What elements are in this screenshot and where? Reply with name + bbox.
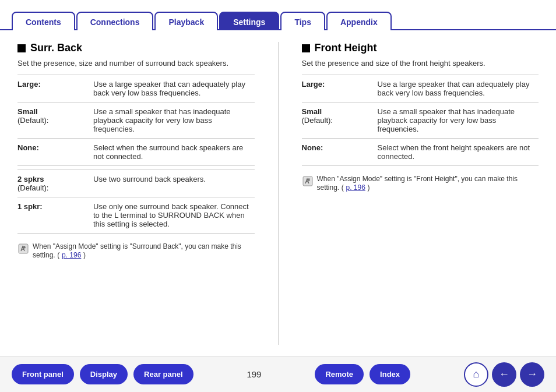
table-row: 1 spkr: Use only one surround back speak… [17,197,255,234]
row-label: Large: [302,80,378,97]
surr-back-desc: Set the presence, size and number of sur… [17,59,255,68]
surr-back-rows-1: Large: Use a large speaker that can adeq… [17,75,255,166]
remote-button[interactable]: Remote [315,364,364,384]
tab-contents[interactable]: Contents [12,12,75,30]
surr-back-title: Surr. Back [17,42,255,54]
display-button[interactable]: Display [80,364,128,384]
back-button[interactable]: ← [492,362,516,387]
index-button[interactable]: Index [370,364,410,384]
front-height-title: Front Height [302,42,539,54]
section-divider [278,42,279,345]
forward-button[interactable]: → [520,362,544,387]
row-value: Select when the front height speakers ar… [378,143,539,161]
note-content: When "Assign Mode" setting is "Surround … [33,242,255,259]
table-row: None: Select when the surround back spea… [17,138,255,166]
front-height-desc: Set the presence and size of the front h… [302,59,539,68]
title-square-icon [302,44,310,52]
bottom-bar: Front panel Display Rear panel 199 Remot… [0,356,556,392]
page-number: 199 [247,369,261,379]
surr-back-section: Surr. Back Set the presence, size and nu… [17,42,255,345]
pencil-icon [302,175,314,187]
row-label: None: [17,143,93,161]
row-label: 1 spkr: [17,202,93,228]
nav-icon-buttons: ⌂ ← → [464,362,544,387]
rear-panel-button[interactable]: Rear panel [133,364,193,384]
row-value: Use a small speaker that has inadequate … [93,107,255,133]
table-row: Small (Default): Use a small speaker tha… [302,102,539,138]
tab-connections[interactable]: Connections [76,12,154,30]
home-button[interactable]: ⌂ [464,362,488,387]
tab-tips[interactable]: Tips [280,12,325,30]
front-height-note: When "Assign Mode" setting is "Front Hei… [302,174,539,192]
row-value: Use a large speaker that can adequately … [93,80,255,97]
note-content: When "Assign Mode" setting is "Front Hei… [317,174,539,192]
table-row: 2 spkrs (Default): Use two surround back… [17,169,255,197]
nav-tabs: Contents Connections Playback Settings T… [0,0,556,30]
title-square-icon [17,44,26,52]
row-label: Small (Default): [302,107,378,133]
front-height-rows: Large: Use a large speaker that can adeq… [302,75,539,166]
row-value: Use a small speaker that has inadequate … [378,107,539,133]
table-row: Large: Use a large speaker that can adeq… [17,75,255,102]
row-label: Small (Default): [17,107,93,133]
tab-appendix[interactable]: Appendix [326,12,392,30]
pencil-icon [17,243,29,255]
front-panel-button[interactable]: Front panel [12,364,74,384]
row-label: None: [302,143,378,161]
row-label: Large: [17,80,93,97]
front-height-section: Front Height Set the presence and size o… [302,42,539,345]
table-row: Small (Default): Use a small speaker tha… [17,102,255,138]
row-value: Use only one surround back speaker. Conn… [93,202,255,228]
tab-playback[interactable]: Playback [154,12,218,30]
surr-back-note: When "Assign Mode" setting is "Surround … [17,242,255,259]
row-label: 2 spkrs (Default): [17,175,93,192]
note-link[interactable]: p. 196 [346,183,365,192]
surr-back-rows-2: 2 spkrs (Default): Use two surround back… [17,169,255,234]
table-row: Large: Use a large speaker that can adeq… [302,75,539,102]
note-link[interactable]: p. 196 [62,251,81,259]
tab-settings[interactable]: Settings [219,12,279,30]
row-value: Use two surround back speakers. [93,175,255,192]
table-row: None: Select when the front height speak… [302,138,539,166]
row-value: Use a large speaker that can adequately … [378,80,539,97]
row-value: Select when the surround back speakers a… [93,143,255,161]
main-content: Surr. Back Set the presence, size and nu… [0,30,556,356]
